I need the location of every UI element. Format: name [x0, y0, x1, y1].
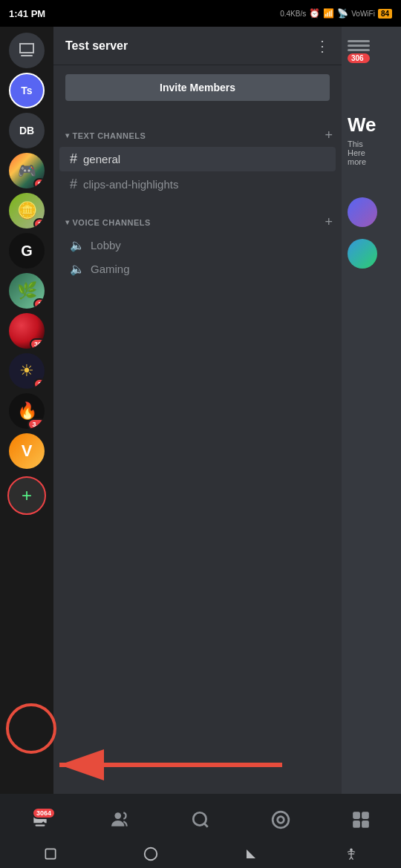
server-icon-nature: 🌿 — [17, 281, 37, 300]
server-avatar-v[interactable]: V — [9, 433, 45, 469]
nav-search[interactable] — [191, 810, 210, 829]
nav-icons-row: 3064 — [0, 794, 401, 843]
server-avatar-destiny[interactable]: ☀ 2 — [9, 353, 45, 389]
welcome-sub-2: Here — [348, 148, 376, 157]
speaker-icon: 🔈 — [70, 238, 85, 252]
server-badge-destiny: 2 — [33, 378, 45, 389]
server-badge-red: 36 — [30, 338, 45, 349]
channel-sidebar: Test server ⋮ Invite Members ▾ TEXT CHAN… — [53, 27, 342, 794]
menu-line-1 — [348, 40, 370, 42]
voice-channels-category: ▾ VOICE CHANNELS + — [53, 203, 342, 233]
svg-rect-13 — [45, 849, 55, 858]
server-avatar-dm[interactable] — [9, 33, 45, 68]
nav-friends[interactable] — [111, 810, 130, 829]
add-text-channel-icon[interactable]: + — [322, 128, 336, 143]
channel-name-clips: clips-and-highlights — [83, 178, 178, 191]
search-icon — [191, 810, 210, 829]
server-name: Test server — [65, 39, 128, 53]
status-bar: 1:41 PM 0.4KB/s ⏰ 📶 📡 VoWiFi 84 — [0, 0, 401, 27]
server-badge-fire: 3... — [27, 418, 45, 429]
server-label-db: DB — [19, 125, 34, 137]
server-badge-pixels: 5 — [33, 178, 45, 188]
messages-badge: 3064 — [32, 807, 56, 819]
welcome-sub-1: This — [348, 139, 376, 148]
server-icon-v: V — [22, 441, 33, 461]
menu-line-2 — [348, 45, 370, 47]
battery-icon: 84 — [378, 9, 392, 19]
server-icon-destiny: ☀ — [19, 361, 34, 381]
vowifi-icon: VoWiFi — [351, 10, 375, 18]
welcome-sub-3: more — [348, 157, 376, 166]
text-channels-label[interactable]: ▾ TEXT CHANNELS — [65, 131, 146, 140]
svg-rect-12 — [362, 821, 369, 828]
right-panel: 306 We This Here more — [342, 27, 401, 794]
status-time: 1:41 PM — [9, 8, 45, 19]
server-avatar-nature[interactable]: 🌿 1 — [9, 273, 45, 309]
more-options-icon[interactable]: ⋮ — [315, 37, 330, 55]
main-layout: Ts DB 🎮 5 🪙 2 G 🌿 1 36 ☀ — [0, 27, 401, 794]
activity-icon — [271, 810, 290, 829]
server-badge-coin: 2 — [33, 218, 45, 228]
chevron-icon: ▾ — [65, 131, 70, 139]
server-icon-g: G — [21, 243, 33, 260]
channel-item-clips[interactable]: # clips-and-highlights — [59, 172, 336, 197]
channel-name-general: general — [83, 153, 120, 165]
voice-channels-label[interactable]: ▾ VOICE CHANNELS — [65, 218, 151, 227]
channel-item-general[interactable]: # general — [59, 147, 336, 171]
menu-line-3 — [348, 49, 370, 51]
svg-point-5 — [193, 812, 206, 825]
chevron-voice-icon: ▾ — [65, 218, 70, 226]
android-home-button[interactable] — [143, 846, 159, 862]
add-server-button[interactable]: + — [7, 476, 46, 515]
channels-list: ▾ TEXT CHANNELS + # general # clips-and-… — [53, 110, 342, 794]
speaker-icon-2: 🔈 — [70, 262, 85, 276]
user-avatar-partial-2 — [348, 239, 377, 269]
server-avatar-pixels[interactable]: 🎮 5 — [9, 153, 45, 188]
svg-point-8 — [278, 817, 284, 823]
server-label-ts: Ts — [21, 85, 32, 96]
server-avatar-db[interactable]: DB — [9, 113, 45, 148]
signal-icon: 📶 — [323, 8, 334, 19]
svg-point-4 — [114, 812, 121, 819]
welcome-title: We — [348, 114, 376, 136]
server-icon-pixels: 🎮 — [18, 162, 36, 180]
server-icon-coin: 🪙 — [17, 201, 37, 220]
channel-name-gaming: Gaming — [91, 263, 130, 275]
server-avatar-ts[interactable]: Ts — [9, 73, 45, 108]
channel-name-lobby: Lobby — [91, 239, 121, 251]
profile-icon — [351, 810, 371, 829]
android-back-button[interactable] — [42, 846, 59, 862]
server-list: Ts DB 🎮 5 🪙 2 G 🌿 1 36 ☀ — [0, 27, 53, 794]
svg-rect-11 — [353, 821, 360, 828]
invite-members-button[interactable]: Invite Members — [65, 74, 330, 101]
server-header: Test server ⋮ — [53, 27, 342, 65]
alarm-icon: ⏰ — [309, 8, 320, 19]
status-icons: 0.4KB/s ⏰ 📶 📡 VoWiFi 84 — [280, 8, 392, 19]
hash-icon: # — [70, 151, 77, 167]
android-recents-button[interactable] — [243, 846, 259, 862]
server-avatar-g[interactable]: G — [9, 233, 45, 269]
plus-icon: + — [22, 485, 32, 506]
svg-rect-9 — [353, 812, 360, 819]
svg-point-7 — [273, 812, 289, 828]
text-channels-category: ▾ TEXT CHANNELS + — [53, 116, 342, 146]
nav-profile[interactable] — [351, 810, 371, 829]
svg-rect-0 — [21, 55, 33, 56]
friends-icon — [111, 810, 130, 829]
wifi-icon: 📡 — [337, 8, 348, 19]
svg-rect-10 — [362, 812, 369, 819]
user-avatar-partial — [348, 197, 377, 227]
channel-item-lobby[interactable]: 🔈 Lobby — [59, 234, 336, 257]
server-avatar-coin[interactable]: 🪙 2 — [9, 193, 45, 228]
nav-activity[interactable] — [271, 810, 290, 829]
add-voice-channel-icon[interactable]: + — [322, 214, 336, 230]
hash-icon-2: # — [70, 177, 77, 192]
bottom-nav: 3064 — [0, 794, 401, 868]
svg-line-6 — [204, 823, 208, 827]
channel-item-gaming[interactable]: 🔈 Gaming — [59, 257, 336, 280]
server-avatar-red[interactable]: 36 — [9, 313, 45, 349]
nav-messages[interactable]: 3064 — [30, 810, 50, 829]
svg-rect-3 — [36, 825, 45, 826]
server-avatar-fire[interactable]: 🔥 3... — [9, 393, 45, 429]
android-accessibility-button[interactable] — [343, 846, 359, 862]
